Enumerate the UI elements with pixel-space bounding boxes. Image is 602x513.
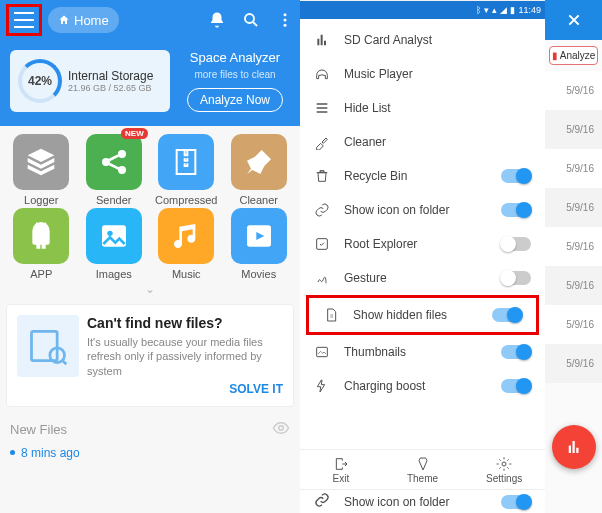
chevron-down-icon[interactable]: ⌄: [0, 280, 300, 298]
list-date[interactable]: 5/9/16: [545, 227, 602, 266]
gesture-icon: [314, 270, 330, 286]
svg-rect-14: [317, 347, 328, 356]
grid-label: Logger: [24, 194, 58, 206]
grid-label: Movies: [241, 268, 276, 280]
storage-usage: 21.96 GB / 52.65 GB: [68, 83, 153, 93]
bluetooth-icon: ᛒ: [476, 5, 481, 15]
bottom-settings-button[interactable]: Settings: [463, 450, 545, 489]
overflow-icon[interactable]: [276, 11, 294, 29]
search-icon[interactable]: [242, 11, 260, 29]
settings-row-root-explorer[interactable]: Root Explorer: [300, 227, 545, 261]
grid-item-compressed[interactable]: Compressed: [151, 134, 222, 206]
signal-icon: ▮: [510, 5, 515, 15]
bars-icon: [314, 32, 330, 48]
svg-point-15: [502, 462, 506, 466]
link-icon: [314, 202, 330, 218]
grid-label: Music: [172, 268, 201, 280]
brush-icon: [314, 134, 330, 150]
zip-icon: [158, 134, 214, 190]
promo-icon: [17, 315, 79, 377]
music-icon: [158, 208, 214, 264]
wifi-icon: ◢: [500, 5, 507, 15]
bullet-icon: [10, 450, 15, 455]
close-button[interactable]: [545, 0, 602, 40]
list-date[interactable]: 5/9/16: [545, 71, 602, 110]
eye-icon[interactable]: [272, 419, 290, 440]
home-breadcrumb[interactable]: Home: [48, 7, 119, 33]
internal-storage-card[interactable]: 42% Internal Storage 21.96 GB / 52.65 GB: [10, 50, 170, 112]
settings-row-hide-list[interactable]: Hide List: [300, 91, 545, 125]
grid-label: Sender: [96, 194, 131, 206]
hamburger-icon[interactable]: [14, 12, 34, 28]
toggle[interactable]: [501, 169, 531, 183]
toggle[interactable]: [501, 203, 531, 217]
list-icon: [314, 100, 330, 116]
toggle[interactable]: [501, 271, 531, 285]
file-icon: [323, 307, 339, 323]
headphone-icon: [314, 66, 330, 82]
toggle[interactable]: [492, 308, 522, 322]
fab-analyze-button[interactable]: [552, 425, 596, 469]
notification-icon[interactable]: [208, 11, 226, 29]
svg-point-8: [107, 231, 112, 236]
grid-item-logger[interactable]: Logger: [6, 134, 77, 206]
list-date[interactable]: 5/9/16: [545, 110, 602, 149]
bars-icon: ▮: [552, 50, 558, 61]
stack-icon: [13, 134, 69, 190]
settings-row-sd-card-analyst[interactable]: SD Card Analyst: [300, 23, 545, 57]
settings-row-recycle-bin[interactable]: Recycle Bin: [300, 159, 545, 193]
list-date[interactable]: 5/9/16: [545, 149, 602, 188]
bottom-exit-button[interactable]: Exit: [300, 450, 382, 489]
settings-row-music-player[interactable]: Music Player: [300, 57, 545, 91]
toggle[interactable]: [501, 495, 531, 509]
grid-label: Images: [96, 268, 132, 280]
bottom-theme-button[interactable]: Theme: [382, 450, 464, 489]
svg-rect-10: [32, 331, 58, 360]
grid-item-cleaner[interactable]: Cleaner: [224, 134, 295, 206]
hamburger-highlight: [6, 4, 42, 36]
list-date[interactable]: 5/9/16: [545, 344, 602, 383]
new-files-heading: New Files: [10, 422, 67, 437]
promo-body: It's usually because your media files re…: [87, 335, 283, 378]
settings-row-charging-boost[interactable]: Charging boost: [300, 369, 545, 403]
category-grid: LoggerNEWSenderCompressedCleanerAPPImage…: [0, 126, 300, 280]
new-file-item[interactable]: 8 mins ago: [0, 446, 300, 466]
status-bar: ᛒ ▾▴ ◢ ▮ 11:49: [300, 1, 545, 19]
thumb-icon: [314, 344, 330, 360]
usage-ring: 42%: [18, 59, 62, 103]
settings-row-thumbnails[interactable]: Thumbnails: [300, 335, 545, 369]
top-bar: Home: [0, 0, 300, 40]
svg-point-1: [284, 13, 287, 16]
grid-item-music[interactable]: Music: [151, 208, 222, 280]
settings-row-peek[interactable]: Show icon on folder: [300, 489, 545, 513]
broom-icon: [231, 134, 287, 190]
analyzer-subtitle: more files to clean: [194, 69, 275, 80]
svg-point-12: [279, 426, 284, 431]
toggle[interactable]: [501, 237, 531, 251]
list-date[interactable]: 5/9/16: [545, 305, 602, 344]
grid-label: APP: [30, 268, 52, 280]
bottom-bar: ExitThemeSettings: [300, 449, 545, 489]
analyze-chip[interactable]: ▮ Analyze: [549, 46, 598, 65]
settings-list: SD Card AnalystMusic PlayerHide ListClea…: [300, 19, 545, 407]
analyze-now-button[interactable]: Analyze Now: [187, 88, 283, 112]
svg-point-4: [102, 158, 110, 166]
storage-title: Internal Storage: [68, 69, 153, 83]
grid-item-movies[interactable]: Movies: [224, 208, 295, 280]
settings-row-show-hidden-files[interactable]: Show hidden files: [306, 295, 539, 335]
solve-it-button[interactable]: SOLVE IT: [87, 382, 283, 396]
promo-card[interactable]: Can't find new files? It's usually becau…: [6, 304, 294, 407]
grid-item-images[interactable]: Images: [79, 208, 150, 280]
toggle[interactable]: [501, 379, 531, 393]
home-label: Home: [74, 13, 109, 28]
settings-row-gesture[interactable]: Gesture: [300, 261, 545, 295]
grid-item-sender[interactable]: NEWSender: [79, 134, 150, 206]
grid-item-app[interactable]: APP: [6, 208, 77, 280]
list-date[interactable]: 5/9/16: [545, 188, 602, 227]
grid-label: Compressed: [155, 194, 217, 206]
toggle[interactable]: [501, 345, 531, 359]
list-date[interactable]: 5/9/16: [545, 266, 602, 305]
settings-row-cleaner[interactable]: Cleaner: [300, 125, 545, 159]
settings-row-show-icon-on-folder[interactable]: Show icon on folder: [300, 193, 545, 227]
share-icon: NEW: [86, 134, 142, 190]
